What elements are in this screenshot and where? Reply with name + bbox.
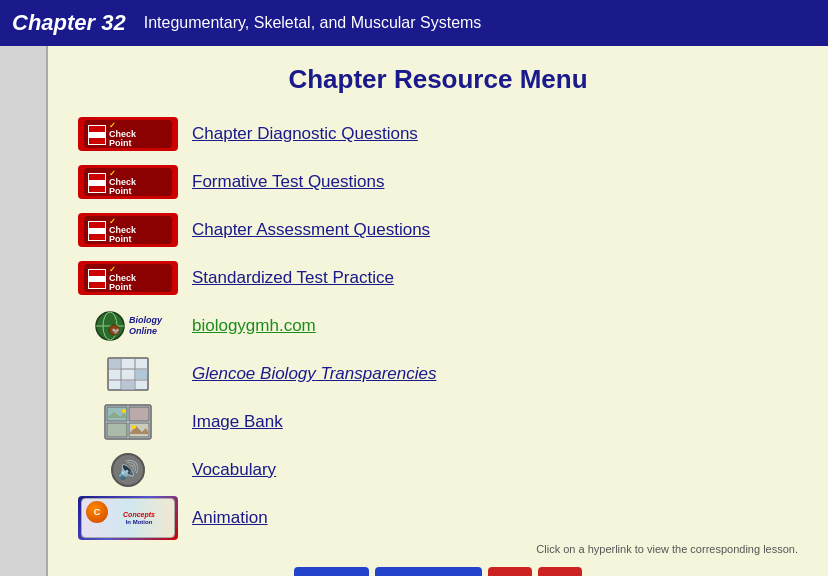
svg-point-19: [122, 409, 126, 413]
hint-text: Click on a hyperlink to view the corresp…: [78, 543, 798, 555]
menu-item-imagebank: Image Bank: [78, 401, 798, 443]
menu-item-vocabulary: 🔊 Vocabulary: [78, 449, 798, 491]
header-bar: Chapter 32 Integumentary, Skeletal, and …: [0, 0, 828, 46]
menu-item-diagnostic: ✓ Check Point Chapter Diagnostic Questio…: [78, 113, 798, 155]
header-title: Integumentary, Skeletal, and Muscular Sy…: [144, 14, 482, 32]
menu-list: ✓ Check Point Chapter Diagnostic Questio…: [78, 113, 798, 539]
main-layout: Chapter Resource Menu ✓ Check Point Chap…: [0, 46, 828, 576]
menu-item-standardized: ✓ Check Point Standardized Test Practice: [78, 257, 798, 299]
transparencies-icon: [78, 355, 178, 393]
svg-rect-15: [129, 407, 149, 421]
arrow-right-button[interactable]: ►: [538, 567, 582, 576]
menu-link-assessment[interactable]: Chapter Assessment Questions: [192, 220, 430, 240]
menu-link-imagebank[interactable]: Image Bank: [192, 412, 283, 432]
chapter-label: Chapter 32: [12, 10, 126, 36]
menu-link-standardized[interactable]: Standardized Test Practice: [192, 268, 394, 288]
content-area: Chapter Resource Menu ✓ Check Point Chap…: [48, 46, 828, 576]
checkpoint-icon: ✓ Check Point: [78, 165, 178, 199]
menu-item-animation: C Concepts In Motion Animation: [78, 497, 798, 539]
menu-item-transparencies: Glencoe Biology Transparencies: [78, 353, 798, 395]
svg-rect-10: [109, 359, 120, 368]
vocabulary-icon: 🔊: [78, 451, 178, 489]
menu-link-formative[interactable]: Formative Test Questions: [192, 172, 384, 192]
svg-rect-11: [136, 370, 147, 379]
menu-link-biology-online[interactable]: biologygmh.com: [192, 316, 316, 336]
checkpoint-icon: ✓ Check Point: [78, 117, 178, 151]
biology-online-icon: 🐭 BiologyOnline: [78, 307, 178, 345]
bottom-nav: Home Resources ◄ ►: [78, 561, 798, 576]
svg-rect-16: [107, 423, 127, 437]
menu-item-assessment: ✓ Check Point Chapter Assessment Questio…: [78, 209, 798, 251]
svg-rect-12: [122, 381, 134, 390]
menu-link-transparencies[interactable]: Glencoe Biology Transparencies: [192, 364, 436, 384]
arrow-left-button[interactable]: ◄: [488, 567, 532, 576]
page-title: Chapter Resource Menu: [78, 64, 798, 95]
menu-item-biology-online: 🐭 BiologyOnline biologygmh.com: [78, 305, 798, 347]
menu-link-animation[interactable]: Animation: [192, 508, 268, 528]
svg-point-21: [132, 425, 136, 429]
resources-button[interactable]: Resources: [375, 567, 483, 576]
menu-link-vocabulary[interactable]: Vocabulary: [192, 460, 276, 480]
checkpoint-icon: ✓ Check Point: [78, 213, 178, 247]
sidebar: [0, 46, 48, 576]
menu-item-formative: ✓ Check Point Formative Test Questions: [78, 161, 798, 203]
checkpoint-icon: ✓ Check Point: [78, 261, 178, 295]
home-button[interactable]: Home: [294, 567, 369, 576]
imagebank-icon: [78, 403, 178, 441]
concepts-in-motion-icon: C Concepts In Motion: [78, 496, 178, 540]
svg-text:🐭: 🐭: [112, 327, 120, 335]
menu-link-diagnostic[interactable]: Chapter Diagnostic Questions: [192, 124, 418, 144]
